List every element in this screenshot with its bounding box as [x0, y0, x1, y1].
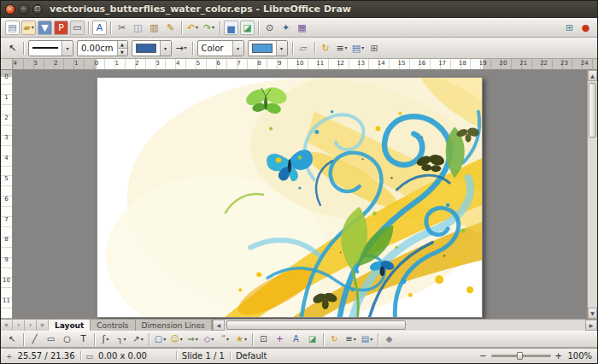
save-icon[interactable]: ▼	[38, 21, 52, 35]
spin-down-icon[interactable]: ▼	[118, 48, 127, 56]
ellipse-icon[interactable]: ○	[60, 332, 74, 346]
rotate-icon[interactable]: ↻	[327, 332, 342, 346]
paste-icon[interactable]: ▥	[147, 21, 161, 35]
redo-icon[interactable]: ↷▾	[202, 21, 216, 35]
area-style-select[interactable]: Color ▾	[197, 40, 244, 56]
zoom-slider[interactable]	[491, 355, 551, 357]
butterfly-watercolor-artwork[interactable]	[97, 78, 482, 317]
window-maximize-button[interactable]: □	[32, 4, 43, 15]
dropdown-arrow-icon[interactable]: ▾	[345, 45, 348, 50]
connector-icon[interactable]: ┐▾	[114, 332, 129, 346]
spin-up-icon[interactable]: ▲	[118, 41, 127, 48]
dropdown-arrow-icon[interactable]: ▾	[163, 337, 166, 342]
line-width-input[interactable]: 0.00cm ▲ ▼	[77, 40, 128, 56]
navigator-icon[interactable]: ✦	[278, 21, 293, 35]
arrange-icon[interactable]: ▤▾	[351, 41, 366, 56]
scroll-right-icon[interactable]: ▶	[585, 320, 597, 331]
horizontal-scroll-track[interactable]	[225, 320, 585, 331]
gallery-icon[interactable]: ▦	[295, 21, 309, 35]
dropdown-arrow-icon[interactable]: ▾	[196, 25, 198, 30]
dropdown-arrow-icon[interactable]: ▾	[226, 337, 229, 342]
grid-icon[interactable]: ⊞	[562, 21, 577, 35]
area-style-dropdown-arrow[interactable]: ▾	[232, 41, 243, 56]
spelling-icon[interactable]: A	[92, 21, 107, 35]
symbol-shapes-icon[interactable]: ☺▾	[169, 332, 184, 346]
open-folder-icon[interactable]: ▰▾	[21, 21, 36, 35]
callouts-icon[interactable]: “▾	[218, 332, 232, 346]
copy-icon[interactable]: ◫	[131, 21, 145, 35]
window-minimize-button[interactable]: –	[19, 4, 29, 15]
layer-tab-dimension-lines[interactable]: Dimension Lines	[136, 320, 212, 331]
text-icon[interactable]: T	[76, 332, 91, 346]
page-style[interactable]: Default	[236, 351, 267, 361]
vertical-scroll-track[interactable]	[588, 81, 597, 308]
line-width-spinner[interactable]: ▲ ▼	[117, 41, 127, 56]
format-paintbrush-icon[interactable]: ✎	[163, 21, 178, 35]
scroll-down-icon[interactable]: ▼	[588, 308, 597, 319]
line-width-value[interactable]: 0.00cm	[78, 41, 117, 56]
tab-nav-prev-icon[interactable]: ‹	[13, 320, 25, 331]
glue-points-icon[interactable]: +	[273, 332, 287, 346]
fill-color-select[interactable]: ▾	[248, 40, 288, 56]
insert-image-icon[interactable]: ◪	[240, 21, 255, 35]
page[interactable]	[97, 77, 483, 318]
basic-shapes-icon[interactable]: ▢▾	[153, 332, 167, 346]
zoom-slider-thumb[interactable]	[517, 352, 523, 360]
curve-icon[interactable]: ʃ▾	[98, 332, 113, 346]
export-pdf-icon[interactable]: P	[54, 21, 68, 35]
vertical-scroll-thumb[interactable]	[589, 83, 596, 138]
drawing-canvas[interactable]	[13, 70, 587, 319]
extrusion-icon[interactable]: ◆	[382, 332, 396, 346]
lines-arrows-icon[interactable]: ↗▾	[131, 332, 145, 346]
dropdown-arrow-icon[interactable]: ▾	[370, 337, 372, 342]
dropdown-arrow-icon[interactable]: ▾	[196, 337, 198, 342]
edit-points-icon[interactable]: ⊡	[256, 332, 271, 346]
display-grid-icon[interactable]: ⊞	[367, 41, 382, 56]
vertical-scrollbar[interactable]: ▲ ▼	[587, 70, 597, 319]
vertical-ruler[interactable]: 0123456789101112	[1, 70, 13, 319]
line-style-dropdown-arrow[interactable]: ▾	[62, 41, 73, 56]
record-icon[interactable]: ●	[578, 21, 593, 35]
dropdown-arrow-icon[interactable]: ▾	[244, 337, 247, 342]
window-close-button[interactable]: ×	[5, 4, 15, 15]
dropdown-arrow-icon[interactable]: ▾	[106, 337, 108, 342]
titlebar[interactable]: × – □ vectorious_butterflies_water_color…	[1, 1, 597, 18]
undo-icon[interactable]: ↶▾	[185, 21, 200, 35]
tab-nav-first-icon[interactable]: «	[1, 320, 13, 331]
alignment-icon[interactable]: ≡▾	[343, 332, 358, 346]
stars-icon[interactable]: ★▾	[234, 332, 249, 346]
fontwork-icon[interactable]: A	[289, 332, 303, 346]
dropdown-arrow-icon[interactable]: ▾	[180, 337, 183, 342]
alignment-icon[interactable]: ≡▾	[335, 41, 349, 56]
dropdown-arrow-icon[interactable]: ▾	[141, 337, 144, 342]
arrange-icon[interactable]: ▤▾	[360, 332, 374, 346]
edit-points-icon[interactable]: ↖	[5, 41, 20, 56]
line-icon[interactable]: ╱	[27, 332, 42, 346]
horizontal-ruler[interactable]: 4321012345678910111213141516171819202122…	[1, 59, 597, 70]
rectangle-icon[interactable]: ▭	[44, 332, 58, 346]
dropdown-arrow-icon[interactable]: ▾	[124, 337, 126, 342]
layer-tab-layout[interactable]: Layout	[49, 320, 91, 331]
dropdown-arrow-icon[interactable]: ▾	[185, 45, 187, 50]
shadow-icon[interactable]: ▱	[296, 41, 311, 56]
fill-color-dropdown-arrow[interactable]: ▾	[276, 41, 287, 56]
tab-nav-last-icon[interactable]: »	[37, 320, 49, 331]
select-icon[interactable]: ↖	[5, 332, 20, 346]
scroll-up-icon[interactable]: ▲	[588, 70, 597, 81]
layer-tab-controls[interactable]: Controls	[91, 320, 135, 331]
tab-nav-next-icon[interactable]: ›	[25, 320, 37, 331]
block-arrows-icon[interactable]: ⇒▾	[185, 332, 200, 346]
flowchart-icon[interactable]: ◇▾	[202, 332, 216, 346]
dropdown-arrow-icon[interactable]: ▾	[212, 25, 214, 30]
slide-indicator[interactable]: Slide 1 / 1	[182, 351, 225, 361]
zoom-icon[interactable]: ⊙	[262, 21, 277, 35]
zoom-level[interactable]: 100%	[566, 351, 592, 361]
cut-icon[interactable]: ✂	[114, 21, 129, 35]
line-color-select[interactable]: ▾	[132, 40, 172, 56]
zoom-out-icon[interactable]: −	[479, 351, 486, 361]
horizontal-scrollbar[interactable]: ◀ ▶	[212, 320, 597, 331]
new-document-icon[interactable]: ▤	[5, 21, 20, 35]
line-style-select[interactable]: ▾	[28, 40, 73, 56]
dropdown-arrow-icon[interactable]: ▾	[354, 337, 356, 342]
dropdown-arrow-icon[interactable]: ▾	[211, 337, 214, 342]
